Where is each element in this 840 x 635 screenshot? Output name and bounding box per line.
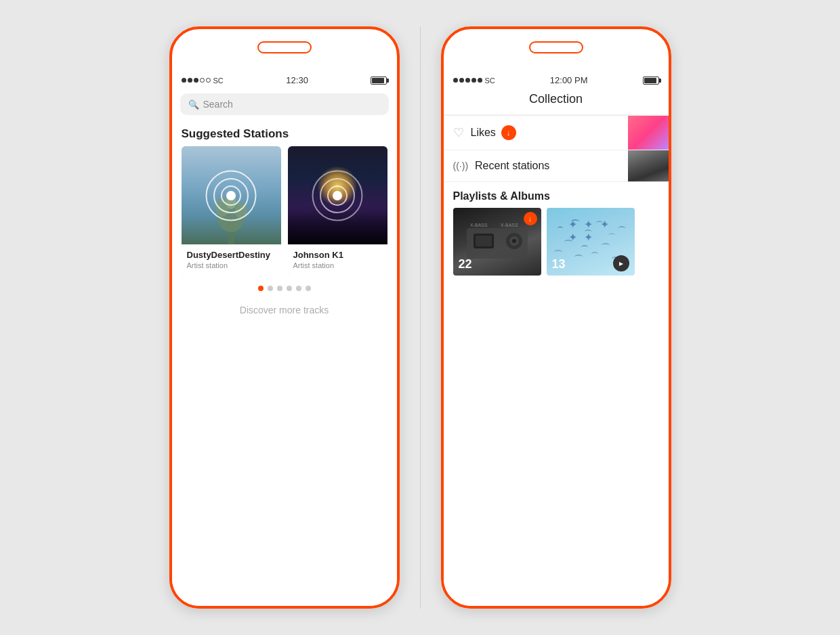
svg-text:X-BASS: X-BASS [470, 223, 488, 227]
stations-thumbnail [628, 150, 669, 181]
station-type-2: Artist station [293, 261, 382, 269]
likes-item[interactable]: ♡ Likes ↓ [444, 115, 669, 150]
dot-1 [182, 78, 186, 83]
page-dot-4[interactable] [287, 286, 292, 291]
dot2-2 [459, 78, 464, 83]
page-dot-3[interactable] [277, 286, 282, 291]
radio-waves-1 [201, 165, 261, 226]
station-name-2: Johnson K1 [293, 250, 382, 260]
speaker-notch [257, 41, 312, 53]
status-bar-2: SC 12:00 PM [444, 70, 669, 88]
search-placeholder: Search [203, 99, 233, 110]
dot2-4 [471, 78, 476, 83]
volume-up-button[interactable] [169, 154, 171, 195]
radio-center-2 [333, 191, 342, 200]
dot-2 [188, 78, 192, 83]
station-image-2 [288, 146, 387, 244]
suggested-stations-title: Suggested Stations [172, 121, 397, 146]
playlists-section-title: Playlists & Albums [444, 182, 669, 208]
dot-3 [194, 78, 198, 83]
phones-divider [420, 26, 421, 609]
speaker-notch-2 [529, 41, 583, 53]
phones-container: SC 12:30 🔍 Search Suggested Stations [156, 13, 685, 622]
phone-1: SC 12:30 🔍 Search Suggested Stations [169, 26, 400, 609]
status-bar-1: SC 12:30 [172, 70, 397, 88]
status-time-2: 12:00 PM [550, 75, 588, 85]
album-count-1: 22 [459, 257, 472, 271]
recent-stations-label: Recent stations [475, 160, 549, 172]
likes-download-badge[interactable]: ↓ [501, 125, 516, 140]
svg-point-10 [512, 239, 516, 243]
station-card-2[interactable]: Johnson K1 Artist station [288, 146, 387, 276]
volume-down-button-2[interactable] [441, 202, 442, 242]
pagination-dots [172, 276, 397, 298]
phone-2-screen: SC 12:00 PM Collection ♡ Likes ↓ ((·)) [444, 70, 669, 606]
carrier-label-2: SC [485, 76, 495, 85]
station-name-1: DustyDesertDestiny [187, 250, 276, 260]
stations-grid: DustyDesertDestiny Artist station [172, 146, 397, 276]
album-download-badge[interactable]: ↓ [524, 212, 537, 225]
page-dot-1[interactable] [258, 286, 264, 291]
mute-button-2[interactable] [441, 83, 442, 107]
station-type-1: Artist station [187, 261, 276, 269]
svg-rect-7 [476, 236, 492, 246]
status-time-1: 12:30 [286, 75, 308, 85]
album-card-2[interactable]: ✦ ✦ ✦ ✦ ✦ [547, 208, 635, 276]
likes-thumbnail [628, 116, 669, 150]
signal-indicator-2: SC [453, 76, 495, 85]
battery-fill [372, 78, 384, 83]
volume-down-button[interactable] [169, 202, 171, 242]
signal-dots-2 [453, 78, 482, 83]
carrier-label: SC [213, 76, 224, 85]
signal-indicator: SC [182, 76, 224, 85]
album-card-1[interactable]: X-BASS X-BASS 22 ↓ [453, 208, 541, 276]
volume-up-button-2[interactable] [441, 154, 442, 195]
album-play-badge[interactable]: ▶ [613, 255, 629, 271]
signal-dots [182, 78, 211, 83]
phone-2: SC 12:00 PM Collection ♡ Likes ↓ ((·)) [441, 26, 671, 609]
mute-button[interactable] [169, 83, 171, 107]
heart-icon: ♡ [453, 125, 464, 140]
likes-label: Likes [471, 127, 496, 139]
phone-1-screen: SC 12:30 🔍 Search Suggested Stations [172, 70, 397, 606]
collection-title: Collection [444, 88, 669, 115]
albums-row: X-BASS X-BASS 22 ↓ ✦ ✦ ✦ ✦ ✦ [444, 208, 669, 276]
page-dot-2[interactable] [268, 286, 273, 291]
discover-link[interactable]: Discover more tracks [172, 298, 397, 322]
dot2-5 [478, 78, 482, 83]
station-card-1[interactable]: DustyDesertDestiny Artist station [182, 146, 281, 276]
battery-fill-2 [644, 78, 656, 83]
search-icon: 🔍 [188, 100, 199, 110]
page-dot-5[interactable] [296, 286, 301, 291]
station-info-1: DustyDesertDestiny Artist station [182, 244, 281, 276]
battery-icon [371, 76, 387, 85]
search-bar[interactable]: 🔍 Search [180, 93, 389, 115]
station-image-1 [182, 146, 281, 244]
battery-icon-2 [643, 76, 659, 85]
station-info-2: Johnson K1 Artist station [288, 244, 387, 276]
radio-center [226, 191, 236, 200]
svg-text:X-BASS: X-BASS [501, 223, 518, 227]
dot-4 [200, 78, 205, 83]
album-count-2: 13 [552, 257, 566, 271]
radio-waves-icon: ((·)) [453, 160, 469, 171]
recent-stations-item[interactable]: ((·)) Recent stations [444, 150, 669, 182]
page-dot-6[interactable] [306, 286, 311, 291]
dot2-1 [453, 78, 458, 83]
radio-waves-2 [307, 165, 368, 226]
dot2-3 [465, 78, 470, 83]
dot-5 [206, 78, 211, 83]
